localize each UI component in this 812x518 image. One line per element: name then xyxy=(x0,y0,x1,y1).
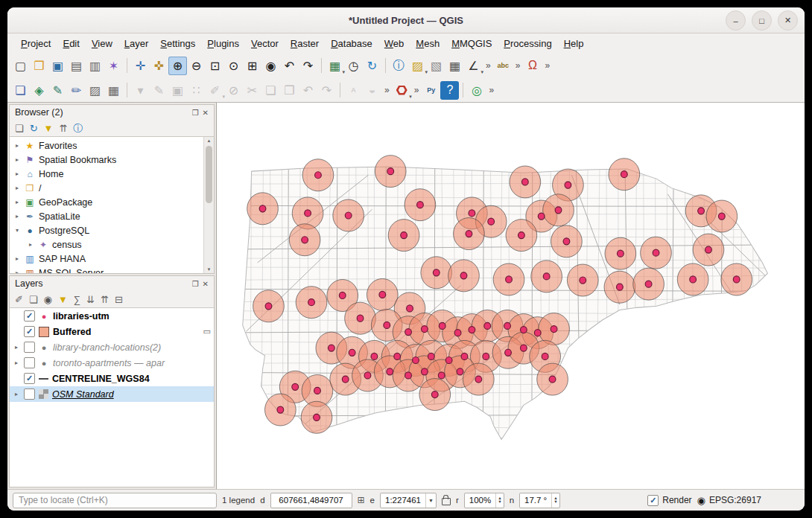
toolbar-overflow-icon[interactable]: » xyxy=(411,85,422,95)
toolbar-overflow-icon[interactable]: » xyxy=(542,60,553,71)
lock-scale-icon[interactable] xyxy=(442,498,451,505)
scroll-down-icon[interactable]: ▼ xyxy=(204,267,214,272)
new-geopackage-layer-icon[interactable]: ◈ xyxy=(30,81,48,100)
browser-collapse-all-icon[interactable]: ⇈ xyxy=(59,124,67,133)
toolbar-overflow-icon[interactable]: » xyxy=(486,85,497,95)
browser-refresh-icon[interactable]: ↻ xyxy=(30,124,38,133)
browser-item-item[interactable]: ▸❐/ xyxy=(10,181,203,195)
new-mesh-layer-icon[interactable]: ▦ xyxy=(104,81,123,100)
expand-arrow-icon[interactable]: ▸ xyxy=(13,199,21,205)
dropdown-arrow-icon[interactable]: ▾ xyxy=(480,69,483,75)
open-layer-styling-icon[interactable]: ✐ xyxy=(15,295,23,304)
expand-arrow-icon[interactable]: ▸ xyxy=(13,142,21,149)
magnifier-spinbox[interactable]: 100% ▲▼ xyxy=(464,493,504,508)
browser-item-census[interactable]: ▸✦census xyxy=(10,237,203,252)
expand-arrow-icon[interactable]: ▸ xyxy=(27,241,34,248)
browser-filter-icon[interactable]: ▼ xyxy=(44,124,54,133)
toolbar-overflow-icon[interactable]: » xyxy=(381,85,393,95)
plugin-hexagon-icon[interactable]: ▾ xyxy=(393,81,411,100)
filter-by-expression-icon[interactable]: ∑ xyxy=(74,295,80,304)
menu-view[interactable]: View xyxy=(86,36,118,51)
help-icon[interactable]: ? xyxy=(440,81,459,100)
remove-layer-icon[interactable]: ⊟ xyxy=(115,295,123,304)
zoom-next-icon[interactable]: ↷ xyxy=(299,57,317,75)
layer-visibility-checkbox[interactable] xyxy=(24,357,35,368)
layer-row-osm-standard[interactable]: ▸OSM Standard xyxy=(10,386,214,402)
toggle-editing-icon[interactable]: ✎ xyxy=(150,81,168,100)
menu-web[interactable]: Web xyxy=(378,36,410,51)
identify-features-icon[interactable]: ⓘ xyxy=(390,57,408,75)
menu-processing[interactable]: Processing xyxy=(498,36,557,51)
expand-arrow-icon[interactable]: ▸ xyxy=(13,255,21,262)
new-shapefile-layer-icon[interactable]: ✎ xyxy=(48,81,67,100)
browser-item-home[interactable]: ▸⌂Home xyxy=(10,167,203,181)
save-project-icon[interactable]: ▣ xyxy=(48,57,67,75)
add-group-icon[interactable]: ❏ xyxy=(29,295,38,304)
layer-row-toronto-apartments-apar[interactable]: ▸●toronto-apartments — apar xyxy=(10,355,214,371)
new-virtual-layer-icon[interactable]: ▨ xyxy=(86,81,104,100)
locate-input[interactable] xyxy=(13,493,217,508)
spinner-arrows-icon[interactable]: ▲▼ xyxy=(551,493,559,508)
pan-map-icon[interactable]: ✛ xyxy=(131,57,150,75)
cut-features-icon[interactable]: ✂ xyxy=(243,81,261,100)
manage-map-themes-icon[interactable]: ◉ xyxy=(44,295,52,304)
vertex-tool-icon[interactable]: ✐▾ xyxy=(206,81,224,100)
expand-all-icon[interactable]: ⇊ xyxy=(86,295,95,304)
copy-features-icon[interactable]: ❏ xyxy=(261,81,280,100)
coordinate-field[interactable]: 607661,4849707 xyxy=(270,493,352,508)
refresh-map-icon[interactable]: ↻ xyxy=(363,57,381,75)
zoom-to-layer-icon[interactable]: ⊞ xyxy=(243,57,261,75)
chevron-down-icon[interactable]: ▼ xyxy=(425,493,436,508)
style-manager-icon[interactable]: ✶ xyxy=(104,57,123,75)
layer-visibility-checkbox[interactable] xyxy=(24,342,35,353)
zoom-last-icon[interactable]: ↶ xyxy=(280,57,299,75)
zoom-to-selection-icon[interactable]: ⊙ xyxy=(224,57,243,75)
render-toggle[interactable]: ✓ Render xyxy=(647,495,691,506)
menu-settings[interactable]: Settings xyxy=(154,36,201,51)
new-project-icon[interactable]: ▢ xyxy=(11,57,30,75)
spinner-arrows-icon[interactable]: ▲▼ xyxy=(495,493,503,508)
close-panel-icon[interactable]: ✕ xyxy=(203,280,209,288)
dropdown-arrow-icon[interactable]: ▾ xyxy=(409,94,412,100)
open-attribute-table-icon[interactable]: ▦ xyxy=(445,57,464,75)
collapse-all-icon[interactable]: ⇈ xyxy=(101,295,109,304)
layer-row-centreline-wgs84[interactable]: ✓CENTRELINE_WGS84 xyxy=(10,371,214,386)
layer-row-libraries-utm[interactable]: ✓●libraries-utm xyxy=(10,308,214,324)
menu-database[interactable]: Database xyxy=(325,36,378,51)
toolbar-overflow-icon[interactable]: » xyxy=(483,60,494,71)
browser-item-postgresql[interactable]: ▾●PostgreSQL xyxy=(10,223,203,237)
menu-mesh[interactable]: Mesh xyxy=(410,36,445,51)
browser-item-ms-sql-server[interactable]: ▸▥MS SQL Server xyxy=(10,266,203,273)
open-project-icon[interactable]: ❐ xyxy=(30,57,48,75)
rotation-spinbox[interactable]: 17.7 ° ▲▼ xyxy=(519,493,560,508)
layer-labeling-icon[interactable]: A xyxy=(344,81,363,100)
deselect-features-icon[interactable]: ▧ xyxy=(427,57,445,75)
maximize-button[interactable]: □ xyxy=(752,10,772,31)
undo-icon[interactable]: ↶ xyxy=(299,81,317,100)
expand-arrow-icon[interactable]: ▸ xyxy=(13,344,20,351)
scroll-up-icon[interactable]: ▲ xyxy=(204,138,214,143)
python-console-icon[interactable]: Py xyxy=(422,81,440,100)
browser-item-spatialite[interactable]: ▸✒SpatiaLite xyxy=(10,209,203,223)
layer-diagrams-icon[interactable]: ◒ xyxy=(363,81,381,100)
menu-mmqgis[interactable]: MMQGIS xyxy=(445,36,498,51)
expand-arrow-icon[interactable]: ▸ xyxy=(13,213,21,220)
redo-icon[interactable]: ↷ xyxy=(317,81,336,100)
browser-scrollbar[interactable]: ▲ ▼ xyxy=(203,137,214,273)
current-edits-icon[interactable]: ▾ xyxy=(131,81,150,100)
select-features-icon[interactable]: ▨▾ xyxy=(408,57,427,75)
pan-to-selection-icon[interactable]: ✜ xyxy=(150,57,168,75)
menu-vector[interactable]: Vector xyxy=(245,36,285,51)
titlebar[interactable]: *Untitled Project — QGIS –□✕ xyxy=(7,7,805,33)
search-plugin-icon[interactable]: ◎ xyxy=(467,81,486,100)
browser-item-geopackage[interactable]: ▸▣GeoPackage xyxy=(10,195,203,209)
snapping-magnet-icon[interactable]: Ω xyxy=(523,57,542,75)
data-source-manager-icon[interactable]: ❏ xyxy=(11,81,30,100)
undock-panel-icon[interactable]: ❐ xyxy=(192,109,199,117)
expand-arrow-icon[interactable]: ▸ xyxy=(13,185,21,191)
temporal-controller-icon[interactable]: ◷ xyxy=(344,57,363,75)
zoom-in-icon[interactable]: ⊕ xyxy=(168,57,187,75)
expand-arrow-icon[interactable]: ▸ xyxy=(13,391,20,397)
measure-icon[interactable]: ∠▾ xyxy=(464,57,483,75)
mouse-extents-icon[interactable]: ⊞ xyxy=(358,495,365,505)
